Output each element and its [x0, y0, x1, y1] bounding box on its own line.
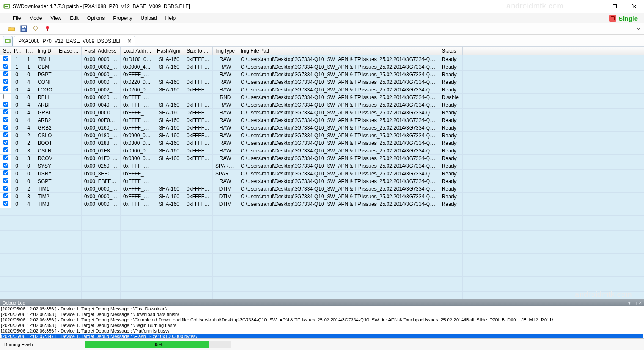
cell-hash: SHA-160	[154, 78, 184, 86]
cell-hash: SHA-160	[154, 109, 184, 116]
row-checkbox[interactable]	[0, 124, 11, 132]
table-row[interactable]: 00USRY0x00_3EE0_00000xFFFF_FFFFSPARSEC:\…	[0, 170, 644, 177]
cell-status: Ready	[439, 132, 463, 139]
table-row[interactable]: 00PGPT0x00_0000_00000xFFFF_FFFFRAWC:\Use…	[0, 71, 644, 78]
menu-options[interactable]: Options	[83, 14, 109, 22]
panel-menu-icon[interactable]: ▾	[628, 300, 631, 306]
table-row[interactable]: 00RBLI0x00_0020_00000xFFFF_FFFFRNDC:\Use…	[0, 94, 644, 101]
svg-rect-11	[35, 30, 36, 31]
menu-view[interactable]: View	[46, 14, 66, 22]
table-row[interactable]: 11OBMI0x00_0002_00000x0000_4000SHA-1600x…	[0, 63, 644, 71]
col-size[interactable]: Size to Hash	[184, 47, 213, 55]
row-checkbox[interactable]	[0, 185, 11, 193]
svg-rect-15	[6, 40, 10, 42]
cell-size: 0xFFFF_FFFF	[184, 147, 213, 155]
col-sel[interactable]: S...	[0, 47, 11, 55]
col-hash[interactable]: HashAlgm	[154, 47, 184, 55]
maximize-button[interactable]	[605, 0, 625, 13]
col-imgid[interactable]: ImgID	[35, 47, 56, 55]
col-path[interactable]: Img File Path	[238, 47, 439, 55]
table-row[interactable]: 04ARBI0x00_0040_00000xFFFF_FFFFSHA-1600x…	[0, 101, 644, 109]
cell-load: 0xFFFF_FFFF	[121, 116, 154, 124]
cell-imgid: CONF	[35, 78, 56, 86]
row-checkbox[interactable]	[0, 94, 11, 101]
panel-close-icon[interactable]: ✕	[638, 300, 642, 306]
close-button[interactable]	[625, 0, 644, 13]
row-checkbox[interactable]	[0, 78, 11, 86]
menu-help[interactable]: Help	[161, 14, 180, 22]
row-checkbox[interactable]	[0, 63, 11, 71]
table-row[interactable]: 04TIM30x00_0000_74000xFFFF_FFFFSHA-1600x…	[0, 200, 644, 208]
cell-hash: SHA-160	[154, 155, 184, 162]
cell-spacer	[463, 200, 644, 208]
table-row[interactable]: 02TIM10x00_0000_54000xFFFF_FFFFSHA-1600x…	[0, 185, 644, 193]
panel-pin-icon[interactable]: ▢	[633, 300, 637, 306]
table-row[interactable]: 02BOOT0x00_0188_00000x0300_0000SHA-1600x…	[0, 139, 644, 147]
table-row[interactable]: 11TIMH0x00_0000_00000xD100_0000SHA-1600x…	[0, 55, 644, 63]
toolbar	[0, 23, 644, 35]
menu-upload[interactable]: Upload	[137, 14, 161, 22]
table-row[interactable]: 03RCOV0x00_01F0_00000x0300_0000SHA-1600x…	[0, 155, 644, 162]
debug-log[interactable]: [2020/05/06 12:02:05:356 ] - Device 1. T…	[0, 306, 644, 338]
table-row[interactable]: 04GRBI0x00_00C0_00000xFFFF_FFFFSHA-1600x…	[0, 109, 644, 116]
row-checkbox[interactable]	[0, 55, 11, 63]
row-checkbox[interactable]	[0, 170, 11, 177]
open-file-button[interactable]	[8, 25, 16, 33]
tab-close-icon[interactable]: ✕	[127, 38, 132, 44]
cell-imgid: TIM1	[35, 185, 56, 193]
mode-indicator: Single	[609, 13, 638, 23]
col-p[interactable]: P...	[11, 47, 22, 55]
col-flash[interactable]: Flash Address	[82, 47, 121, 55]
cell-flash: 0x00_0188_0000	[82, 139, 121, 147]
table-row[interactable]: 04CONF0x00_0000_84000x0220_0000SHA-1600x…	[0, 78, 644, 86]
menu-edit[interactable]: Edit	[66, 14, 83, 22]
cell-imgid: PGPT	[35, 71, 56, 78]
image-grid: S... P... Ti... ImgID Erase Si... Flash …	[0, 46, 644, 299]
table-row[interactable]: 04ARB20x00_00E0_00000xFFFF_FFFFSHA-1600x…	[0, 116, 644, 124]
row-checkbox[interactable]	[0, 71, 11, 78]
col-erase[interactable]: Erase Si...	[56, 47, 82, 55]
cell-status: Ready	[439, 55, 463, 63]
menu-file[interactable]: File	[8, 14, 25, 22]
cell-p: 0	[11, 94, 22, 101]
pin-button[interactable]	[43, 25, 52, 33]
debug-log-title: Debug Log	[3, 300, 25, 305]
minimize-button[interactable]	[586, 0, 605, 13]
row-checkbox[interactable]	[0, 139, 11, 147]
row-checkbox[interactable]	[0, 132, 11, 139]
table-row[interactable]: 04LOGO0x00_0002_00000x0200_0000SHA-1600x…	[0, 86, 644, 94]
col-type[interactable]: ImgType	[213, 47, 238, 55]
cell-ti: 4	[22, 78, 35, 86]
table-row[interactable]: 00SGPT0x00_EBFF_BE000xFFFF_FFFFRAWC:\Use…	[0, 177, 644, 185]
row-checkbox[interactable]	[0, 193, 11, 200]
row-checkbox[interactable]	[0, 109, 11, 116]
table-row[interactable]: 03OSLR0x00_01E8_00000x0900_0000SHA-1600x…	[0, 147, 644, 155]
cell-status: Disable	[439, 94, 463, 101]
table-row[interactable]: 04GRB20x00_0160_00000xFFFF_FFFFSHA-1600x…	[0, 124, 644, 132]
row-checkbox[interactable]	[0, 155, 11, 162]
row-checkbox[interactable]	[0, 101, 11, 109]
tab-pin-icon[interactable]	[3, 36, 13, 46]
row-checkbox[interactable]	[0, 200, 11, 208]
col-status[interactable]: Status	[439, 47, 463, 55]
toolbar-overflow-button[interactable]	[636, 26, 641, 32]
menu-mode[interactable]: Mode	[25, 14, 46, 22]
row-checkbox[interactable]	[0, 116, 11, 124]
row-checkbox[interactable]	[0, 147, 11, 155]
table-row[interactable]: 02OSLO0x00_0180_00000x0900_0000SHA-1600x…	[0, 132, 644, 139]
row-checkbox[interactable]	[0, 86, 11, 94]
table-row-empty	[0, 261, 644, 269]
col-ti[interactable]: Ti...	[22, 47, 35, 55]
cell-spacer	[463, 116, 644, 124]
bulb-button[interactable]	[31, 25, 40, 33]
menu-property[interactable]: Property	[109, 14, 136, 22]
row-checkbox[interactable]	[0, 162, 11, 170]
col-load[interactable]: Load Address	[121, 47, 154, 55]
table-row-empty	[0, 246, 644, 254]
table-row[interactable]: 00SYSY0x00_0250_00000xFFFF_FFFFSPARSEC:\…	[0, 162, 644, 170]
tab-file[interactable]: PXA1088_P70_V12_BASE_V009_DSDS.BLF ✕	[14, 36, 135, 46]
cell-path: C:\Users\rahul\Desktop\3G7334-Q10_SW_APN…	[238, 200, 439, 208]
table-row[interactable]: 03TIM20x00_0000_64000xFFFF_FFFFSHA-1600x…	[0, 193, 644, 200]
save-button[interactable]	[19, 25, 28, 33]
row-checkbox[interactable]	[0, 177, 11, 185]
